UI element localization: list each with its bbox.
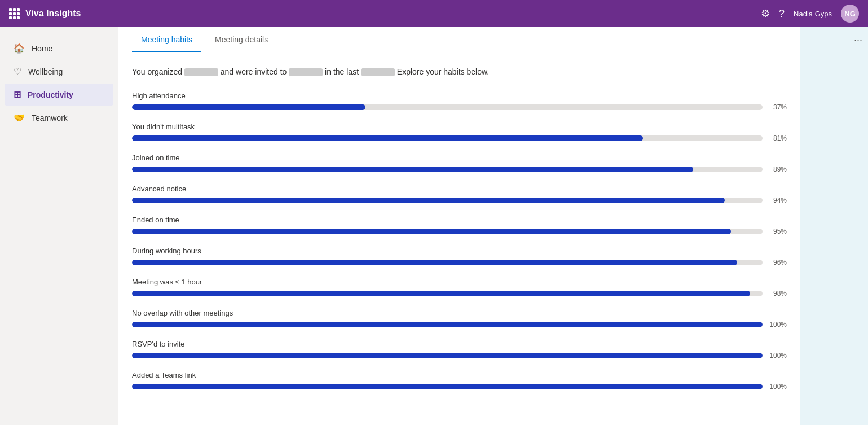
summary-suffix1: in the last [325, 67, 361, 76]
bar-fill [132, 198, 725, 203]
metric-row: You didn't multitask81% [132, 122, 787, 142]
bar-track [132, 353, 763, 358]
sidebar-item-teamwork[interactable]: 🤝 Teamwork [5, 107, 113, 129]
bar-container: 100% [132, 383, 787, 391]
metric-row: Meeting was ≤ 1 hour98% [132, 278, 787, 297]
avatar[interactable]: NG [841, 5, 859, 23]
bar-container: 89% [132, 165, 787, 173]
metrics-container: High attendance37%You didn't multitask81… [132, 91, 787, 391]
username-label: Nadia Gyps [794, 10, 832, 18]
metric-label: Ended on time [132, 216, 787, 224]
bar-container: 37% [132, 103, 787, 111]
summary-suffix2: Explore your habits below. [397, 67, 489, 76]
metric-label: No overlap with other meetings [132, 309, 787, 317]
metric-label: Joined on time [132, 154, 787, 162]
metric-row: High attendance37% [132, 91, 787, 111]
sidebar-item-wellbeing[interactable]: ♡ Wellbeing [5, 60, 113, 82]
sidebar-item-teamwork-label: Teamwork [32, 113, 68, 122]
wellbeing-icon: ♡ [14, 66, 21, 77]
bar-container: 81% [132, 134, 787, 142]
more-options-icon[interactable]: ··· [854, 34, 862, 46]
summary-text: You organized and were invited to in the… [132, 66, 787, 78]
bar-fill [132, 260, 737, 265]
topbar-right: ⚙ ? Nadia Gyps NG [761, 5, 859, 23]
sidebar: 🏠 Home ♡ Wellbeing ⊞ Productivity 🤝 Team… [0, 27, 118, 425]
metric-row: RSVP'd to invite100% [132, 340, 787, 360]
metric-row: Joined on time89% [132, 154, 787, 173]
bar-track [132, 291, 763, 296]
organized-count [184, 68, 218, 76]
content-area: You organized and were invited to in the… [118, 52, 800, 415]
bar-track [132, 229, 763, 234]
weeks-count [361, 68, 395, 76]
metric-row: Added a Teams link100% [132, 371, 787, 391]
tabs-bar: Meeting habits Meeting details [118, 27, 800, 52]
bar-value: 81% [767, 134, 787, 142]
bar-fill [132, 135, 643, 141]
bar-value: 100% [767, 383, 787, 391]
bar-container: 98% [132, 290, 787, 297]
bar-value: 100% [767, 321, 787, 328]
bar-fill [132, 229, 731, 234]
summary-prefix: You organized [132, 67, 184, 76]
sidebar-item-home[interactable]: 🏠 Home [5, 37, 113, 59]
bar-container: 100% [132, 321, 787, 328]
bar-container: 94% [132, 196, 787, 204]
bar-value: 94% [767, 196, 787, 204]
bar-value: 98% [767, 290, 787, 297]
sidebar-item-wellbeing-label: Wellbeing [28, 67, 63, 76]
bar-fill [132, 291, 750, 296]
teamwork-icon: 🤝 [14, 112, 25, 123]
metric-label: You didn't multitask [132, 122, 787, 131]
right-panel: ··· [800, 27, 868, 425]
bar-track [132, 104, 763, 110]
bar-track [132, 135, 763, 141]
bar-track [132, 384, 763, 389]
bar-track [132, 198, 763, 203]
bar-value: 100% [767, 352, 787, 360]
sidebar-item-productivity[interactable]: ⊞ Productivity [5, 84, 113, 106]
bar-fill [132, 322, 763, 327]
tab-meeting-habits[interactable]: Meeting habits [132, 27, 201, 52]
sidebar-item-home-label: Home [32, 44, 52, 53]
bar-value: 89% [767, 165, 787, 173]
invited-count [289, 68, 323, 76]
home-icon: 🏠 [14, 43, 25, 54]
metric-label: Advanced notice [132, 185, 787, 193]
bar-track [132, 260, 763, 265]
productivity-icon: ⊞ [14, 89, 21, 100]
metric-row: During working hours96% [132, 247, 787, 266]
sidebar-item-productivity-label: Productivity [28, 90, 73, 99]
main-content: Meeting habits Meeting details You organ… [118, 27, 800, 425]
metric-row: No overlap with other meetings100% [132, 309, 787, 328]
app-grid-icon[interactable] [9, 8, 20, 19]
bar-track [132, 322, 763, 327]
bar-container: 100% [132, 352, 787, 360]
bar-value: 95% [767, 227, 787, 235]
bar-container: 95% [132, 227, 787, 235]
metric-row: Ended on time95% [132, 216, 787, 235]
app-title: Viva Insights [25, 8, 81, 19]
bar-fill [132, 104, 365, 110]
summary-mid: and were invited to [221, 67, 289, 76]
tab-meeting-details[interactable]: Meeting details [206, 27, 277, 52]
metric-label: Added a Teams link [132, 371, 787, 379]
metric-label: High attendance [132, 91, 787, 100]
bar-fill [132, 167, 693, 172]
metric-row: Advanced notice94% [132, 185, 787, 204]
gear-icon[interactable]: ⚙ [761, 7, 770, 20]
main-layout: 🏠 Home ♡ Wellbeing ⊞ Productivity 🤝 Team… [0, 27, 868, 425]
metric-label: During working hours [132, 247, 787, 255]
bar-container: 96% [132, 258, 787, 266]
bar-value: 37% [767, 103, 787, 111]
bar-track [132, 167, 763, 172]
bar-fill [132, 353, 763, 358]
bar-fill [132, 384, 763, 389]
help-icon[interactable]: ? [779, 8, 785, 20]
topbar: Viva Insights ⚙ ? Nadia Gyps NG [0, 0, 868, 27]
bar-value: 96% [767, 258, 787, 266]
metric-label: Meeting was ≤ 1 hour [132, 278, 787, 286]
metric-label: RSVP'd to invite [132, 340, 787, 348]
